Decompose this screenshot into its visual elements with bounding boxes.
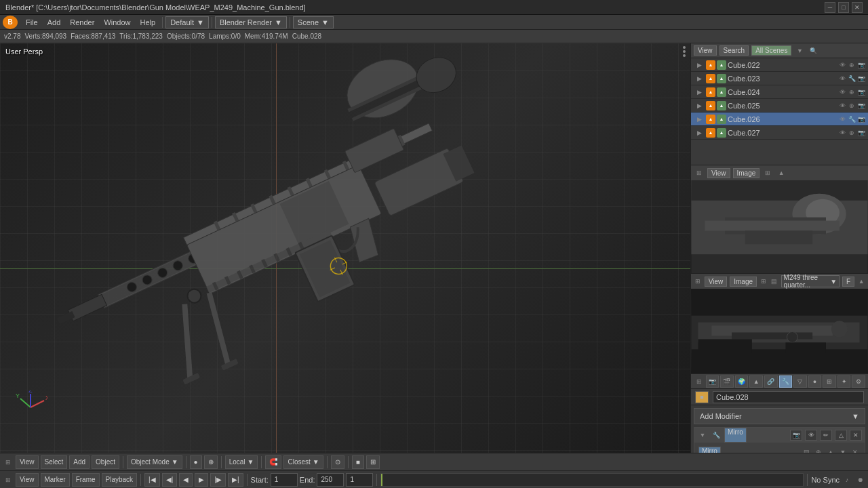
- maximize-button[interactable]: □: [838, 2, 849, 13]
- item-expand-cube027[interactable]: ▶: [694, 127, 705, 138]
- item-cursor-cube023[interactable]: 🔧: [848, 75, 856, 83]
- start-frame-input[interactable]: 1: [271, 473, 298, 487]
- item-eye-cube024[interactable]: 👁: [838, 88, 846, 96]
- item-cursor-cube025[interactable]: ⊕: [848, 102, 856, 110]
- outliner-expand-icon[interactable]: ▼: [794, 45, 805, 56]
- item-cursor-cube024[interactable]: ⊕: [848, 88, 856, 96]
- item-expand-cube022[interactable]: ▶: [694, 60, 705, 70]
- props-data-icon[interactable]: ▽: [793, 375, 807, 388]
- play-btn[interactable]: ▶: [195, 473, 208, 487]
- modifier-mirro-btn[interactable]: Mirro: [724, 428, 747, 443]
- snap-magnet-btn[interactable]: 🧲: [265, 455, 281, 469]
- item-render-cube026[interactable]: 📷: [857, 115, 865, 123]
- timeline-frame-btn[interactable]: Frame: [72, 473, 100, 487]
- menu-add[interactable]: Add: [43, 17, 65, 28]
- menu-render[interactable]: Render: [66, 17, 98, 28]
- shading-btn[interactable]: ⊞: [366, 455, 380, 469]
- item-render-cube024[interactable]: 📷: [857, 88, 865, 96]
- img-top-image-btn[interactable]: Image: [733, 168, 760, 178]
- props-material-icon[interactable]: ●: [808, 375, 822, 388]
- jump-end-btn[interactable]: ▶|: [228, 473, 243, 487]
- img-top-type-icon[interactable]: ⊞: [762, 167, 773, 178]
- modifier-enable-view-btn[interactable]: 👁: [805, 430, 817, 441]
- mod-down-icon[interactable]: ▼: [837, 447, 848, 453]
- current-frame-input[interactable]: 1: [346, 473, 373, 487]
- outliner-item-cube022[interactable]: ▶ ▲ ▲ Cube.022 👁 ⊕ 📷: [691, 58, 868, 72]
- item-render-cube027[interactable]: 📷: [857, 129, 865, 137]
- proportional-btn[interactable]: ⊙: [331, 455, 344, 469]
- coord-system-dropdown[interactable]: Local ▼: [225, 455, 258, 469]
- item-cursor-cube022[interactable]: ⊕: [848, 61, 856, 69]
- outliner-search-icon[interactable]: 🔍: [808, 45, 818, 56]
- outliner-item-cube027[interactable]: ▶ ▲ ▲ Cube.027 👁 ⊕ 📷: [691, 126, 868, 140]
- timeline-type-icon[interactable]: ⊞: [3, 474, 14, 485]
- outliner-item-cube025[interactable]: ▶ ▲ ▲ Cube.025 👁 ⊕ 📷: [691, 99, 868, 113]
- mod-copy-icon[interactable]: ⊕: [813, 447, 824, 453]
- outliner-item-cube026[interactable]: ▶ ▲ ▲ Cube.026 👁 🔧 📷: [691, 113, 868, 126]
- object-name-input[interactable]: [713, 391, 864, 403]
- modifier-enable-render-btn[interactable]: 📷: [790, 430, 802, 441]
- outliner-scenes-btn[interactable]: All Scenes: [751, 45, 791, 56]
- props-world-icon[interactable]: 🌍: [735, 375, 749, 388]
- end-frame-input[interactable]: 250: [317, 473, 344, 487]
- item-render-cube025[interactable]: 📷: [857, 102, 865, 110]
- img-bottom-image-btn[interactable]: Image: [730, 277, 757, 287]
- viewport-type-icon[interactable]: ⊞: [3, 457, 14, 468]
- object-mode-dropdown[interactable]: Object Mode ▼: [127, 455, 182, 469]
- item-expand-cube023[interactable]: ▶: [694, 73, 705, 84]
- view-btn[interactable]: View: [16, 455, 39, 469]
- img-bottom-expand-icon[interactable]: ▲: [857, 276, 865, 287]
- timeline-playback-btn[interactable]: Playback: [102, 473, 138, 487]
- modifier-cage-btn[interactable]: △: [835, 430, 847, 441]
- item-eye-cube022[interactable]: 👁: [838, 61, 846, 69]
- pivot-btn[interactable]: ⊕: [204, 455, 218, 469]
- img-bottom-view-btn[interactable]: View: [705, 277, 728, 287]
- img-bottom-type-icon[interactable]: ⊞: [760, 276, 768, 287]
- image-viewer-top[interactable]: ⊞ View Image ⊞ ▲: [691, 165, 868, 274]
- modifier-expand-btn[interactable]: ▼: [697, 430, 708, 441]
- timeline-view-btn[interactable]: View: [16, 473, 39, 487]
- timeline-marker-btn[interactable]: Marker: [41, 473, 70, 487]
- modifier-edit-btn[interactable]: ✏: [820, 430, 832, 441]
- outliner-search-btn[interactable]: Search: [719, 45, 749, 56]
- mod-type-mirro[interactable]: Mirro: [698, 447, 721, 453]
- props-particle-icon[interactable]: ✦: [837, 375, 851, 388]
- object-btn[interactable]: Object: [92, 455, 119, 469]
- modifier-close-btn[interactable]: ✕: [850, 430, 862, 441]
- props-modifier-icon[interactable]: 🔧: [779, 375, 793, 388]
- outliner-item-cube024[interactable]: ▶ ▲ ▲ Cube.024 👁 ⊕ 📷: [691, 85, 868, 99]
- menu-file[interactable]: File: [22, 17, 42, 28]
- prev-keyframe-btn[interactable]: ◀|: [162, 473, 178, 487]
- select-btn[interactable]: Select: [41, 455, 68, 469]
- mod-options-icon[interactable]: ▤: [801, 447, 812, 453]
- screen-layout-dropdown[interactable]: Default ▼: [165, 16, 209, 28]
- props-constraints-icon[interactable]: 🔗: [764, 375, 778, 388]
- item-cursor-cube027[interactable]: ⊕: [848, 129, 856, 137]
- mod-delete-icon[interactable]: ✕: [850, 447, 861, 453]
- props-scene-icon[interactable]: 🎬: [720, 375, 734, 388]
- item-render-cube022[interactable]: 📷: [857, 61, 865, 69]
- add-btn[interactable]: Add: [69, 455, 90, 469]
- minimize-button[interactable]: ─: [825, 2, 835, 13]
- img-top-expand-icon[interactable]: ▲: [776, 167, 787, 178]
- menu-help[interactable]: Help: [136, 17, 160, 28]
- item-cursor-cube026[interactable]: 🔧: [848, 115, 856, 123]
- add-modifier-button[interactable]: Add Modifier ▼: [694, 408, 865, 424]
- record-btn[interactable]: ⏺: [854, 474, 865, 485]
- outliner-view-btn[interactable]: View: [694, 45, 717, 56]
- audio-btn[interactable]: ♪: [842, 474, 852, 485]
- scene-dropdown[interactable]: Scene ▼: [293, 16, 334, 28]
- menu-window[interactable]: Window: [100, 17, 134, 28]
- item-render-cube023[interactable]: 📷: [857, 75, 865, 83]
- global-mode-btn[interactable]: ●: [190, 455, 202, 469]
- viewport-3d[interactable]: User Persp X Y Z: [0, 43, 690, 453]
- opengl-btn[interactable]: ■: [352, 455, 364, 469]
- outliner-item-cube023[interactable]: ▶ ▲ ▲ Cube.023 👁 🔧 📷: [691, 72, 868, 85]
- img-top-view-btn[interactable]: View: [707, 168, 730, 178]
- img-name-dropdown[interactable]: M249 three quarter... ▼: [781, 275, 840, 287]
- props-physics-icon[interactable]: ⚙: [852, 375, 865, 388]
- item-expand-cube026[interactable]: ▶: [694, 114, 705, 125]
- outliner[interactable]: View Search All Scenes ▼ 🔍 ▶ ▲ ▲ Cube.02…: [691, 43, 868, 165]
- image-viewer-bottom[interactable]: ⊞ View Image ⊞ ▤ M249 three quarter... ▼…: [691, 274, 868, 374]
- props-object-icon[interactable]: ▲: [749, 375, 763, 388]
